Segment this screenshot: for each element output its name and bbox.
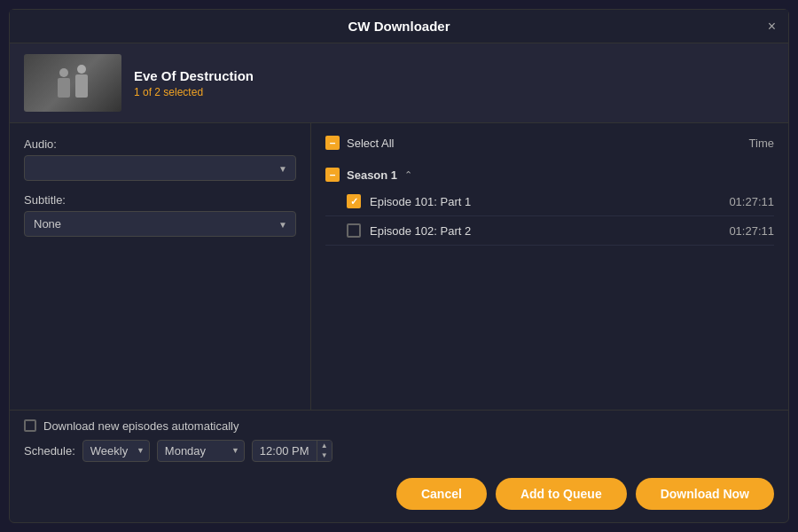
cw-downloader-dialog: CW Downloader × Eve Of Destruction	[9, 9, 789, 523]
cancel-button[interactable]: Cancel	[396, 478, 487, 510]
subtitle-field-group: Subtitle: None	[24, 193, 296, 237]
auto-download-label: Download new episodes automatically	[43, 419, 239, 433]
select-all-text: Select All	[347, 137, 394, 150]
time-input[interactable]	[253, 441, 317, 461]
schedule-day-select[interactable]: Monday Tuesday Wednesday Thursday Friday…	[157, 440, 245, 462]
auto-download-row: Download new episodes automatically	[24, 419, 774, 433]
time-spin-down-button[interactable]: ▼	[317, 450, 332, 461]
audio-label: Audio:	[24, 137, 296, 151]
dialog-title: CW Downloader	[348, 19, 450, 34]
header-section: Eve Of Destruction 1 of 2 selected	[10, 43, 788, 123]
schedule-row: Schedule: Weekly Daily Monthly Monday Tu…	[24, 440, 774, 462]
schedule-day-wrapper: Monday Tuesday Wednesday Thursday Friday…	[157, 440, 245, 462]
audio-select[interactable]	[24, 155, 296, 181]
season-chevron-icon[interactable]: ⌃	[404, 169, 412, 181]
add-to-queue-button[interactable]: Add to Queue	[496, 478, 627, 510]
subtitle-select[interactable]: None	[24, 211, 296, 237]
left-panel: Audio: Subtitle: None	[10, 123, 311, 410]
schedule-label: Schedule:	[24, 444, 75, 458]
schedule-frequency-wrapper: Weekly Daily Monthly	[82, 440, 150, 462]
episode-1-time: 01:27:11	[729, 195, 774, 208]
audio-field-group: Audio:	[24, 137, 296, 181]
subtitle-label: Subtitle:	[24, 193, 296, 207]
title-bar: CW Downloader ×	[10, 10, 788, 43]
button-row: Cancel Add to Queue Download Now	[10, 471, 788, 522]
audio-select-wrapper	[24, 155, 296, 181]
episode-1-checkbox[interactable]	[347, 194, 361, 208]
show-title: Eve Of Destruction	[134, 68, 254, 83]
episode-left: Episode 102: Part 2	[347, 223, 471, 238]
season-title: Season 1	[347, 168, 397, 182]
episode-2-time: 01:27:11	[729, 224, 774, 238]
episode-2-title: Episode 102: Part 2	[370, 224, 471, 238]
episode-row: Episode 102: Part 2 01:27:11	[325, 216, 774, 246]
show-info: Eve Of Destruction 1 of 2 selected	[134, 68, 254, 98]
footer: Download new episodes automatically Sche…	[10, 410, 788, 471]
season-header[interactable]: Season 1 ⌃	[325, 162, 774, 187]
show-thumbnail	[24, 54, 121, 112]
episode-1-title: Episode 101: Part 1	[370, 195, 471, 208]
episode-row: Episode 101: Part 1 01:27:11	[325, 187, 774, 216]
auto-download-checkbox[interactable]	[24, 419, 36, 432]
close-button[interactable]: ×	[768, 20, 776, 34]
main-content: Audio: Subtitle: None	[10, 123, 788, 410]
show-selected-info: 1 of 2 selected	[134, 86, 254, 98]
time-spinners: ▲ ▼	[317, 441, 332, 461]
episode-left: Episode 101: Part 1	[347, 194, 471, 208]
time-input-wrapper: ▲ ▼	[252, 440, 332, 462]
episode-2-checkbox[interactable]	[347, 223, 361, 238]
time-spin-up-button[interactable]: ▲	[317, 441, 332, 451]
subtitle-select-wrapper: None	[24, 211, 296, 237]
schedule-frequency-select[interactable]: Weekly Daily Monthly	[82, 440, 150, 462]
download-now-button[interactable]: Download Now	[636, 478, 774, 510]
season-checkbox[interactable]	[325, 168, 340, 182]
select-all-row: Select All Time	[325, 136, 774, 155]
select-all-checkbox[interactable]	[325, 136, 340, 150]
right-panel: Select All Time Season 1 ⌃ Episode 101: …	[311, 123, 788, 410]
select-all-label-group[interactable]: Select All	[325, 136, 394, 150]
time-column-header: Time	[749, 137, 774, 150]
